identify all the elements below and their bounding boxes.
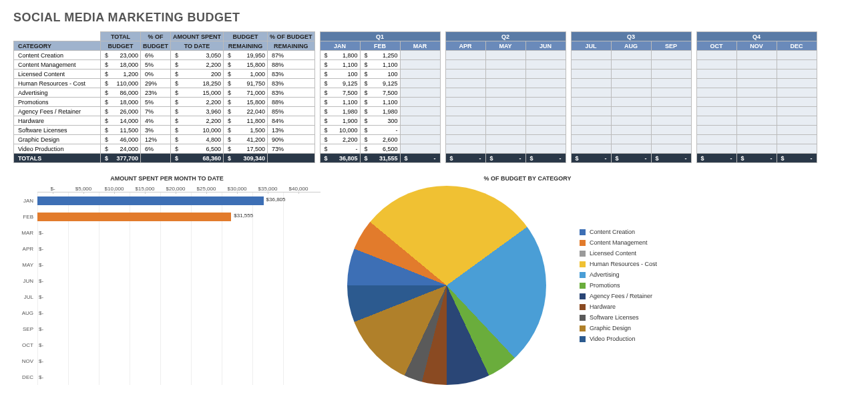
legend-item: Licensed Content <box>580 250 657 257</box>
legend-item: Advertising <box>580 271 657 278</box>
category-cell: Video Production <box>14 144 101 154</box>
pie-chart-title: % OF BUDGET BY CATEGORY <box>227 175 828 182</box>
legend-item: Software Licenses <box>580 314 657 321</box>
category-cell: Graphic Design <box>14 135 101 144</box>
table-row[interactable]: Software Licenses 11,500 3% 10,000 1,500… <box>14 126 817 135</box>
table-row[interactable]: Promotions 18,000 5% 2,200 15,800 88% 1,… <box>14 98 817 107</box>
pie-legend: Content CreationContent ManagementLicens… <box>580 229 657 342</box>
category-cell: Hardware <box>14 116 101 126</box>
legend-item: Promotions <box>580 282 657 289</box>
category-cell: Software Licenses <box>14 126 101 135</box>
category-cell: Agency Fees / Retainer <box>14 107 101 116</box>
bar-chart-axis: $-$5,000$10,000$15,000$20,000$25,000$30,… <box>37 186 320 192</box>
bar-chart-body: JAN$36,805FEB$31,555MAR$-APR$-MAY$-JUN$-… <box>13 192 320 385</box>
category-cell: Content Management <box>14 60 101 70</box>
table-row[interactable]: Content Creation 23,000 6% 3,050 19,950 … <box>14 51 817 60</box>
table-row[interactable]: Human Resources - Cost 110,000 29% 18,25… <box>14 79 817 88</box>
legend-item: Video Production <box>580 335 657 342</box>
legend-item: Content Management <box>580 239 657 246</box>
legend-item: Content Creation <box>580 229 657 235</box>
category-cell: Promotions <box>14 98 101 107</box>
budget-table[interactable]: TOTAL % OF AMOUNT SPENT BUDGET % OF BUDG… <box>13 31 817 163</box>
table-row[interactable]: Video Production 24,000 6% 6,500 17,500 … <box>14 144 817 154</box>
category-cell: Content Creation <box>14 51 101 60</box>
legend-item: Human Resources - Cost <box>580 261 657 267</box>
legend-item: Agency Fees / Retainer <box>580 293 657 299</box>
table-row[interactable]: Graphic Design 46,000 12% 4,800 41,200 9… <box>14 135 817 144</box>
page-title: SOCIAL MEDIA MARKETING BUDGET <box>13 11 857 25</box>
pie-graphic <box>347 186 546 385</box>
category-cell: Human Resources - Cost <box>14 79 101 88</box>
table-row[interactable]: Hardware 14,000 4% 2,200 11,800 84% 1,90… <box>14 116 817 126</box>
legend-item: Hardware <box>580 303 657 310</box>
table-row[interactable]: Licensed Content 1,200 0% 200 1,000 83% … <box>14 70 817 79</box>
category-cell: Licensed Content <box>14 70 101 79</box>
totals-row: TOTALS 377,700 68,360 309,340 36,80531,5… <box>14 154 817 163</box>
table-row[interactable]: Content Management 18,000 5% 2,200 15,80… <box>14 60 817 70</box>
table-row[interactable]: Advertising 86,000 23% 15,000 71,000 83%… <box>14 88 817 98</box>
pie-chart: % OF BUDGET BY CATEGORY Content Creation… <box>347 175 828 385</box>
category-cell: Advertising <box>14 88 101 98</box>
bar-chart: AMOUNT SPENT PER MONTH TO DATE $-$5,000$… <box>13 175 320 385</box>
table-row[interactable]: Agency Fees / Retainer 26,000 7% 3,960 2… <box>14 107 817 116</box>
legend-item: Graphic Design <box>580 325 657 331</box>
